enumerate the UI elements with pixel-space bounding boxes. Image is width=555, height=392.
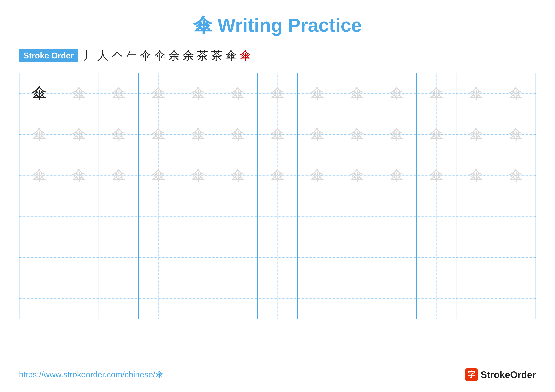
- grid-cell-r3c5[interactable]: 傘: [178, 155, 218, 196]
- grid-cell-r2c8[interactable]: 傘: [297, 114, 337, 155]
- page-title: 傘 Writing Practice: [19, 13, 536, 38]
- grid-cell-r6c9[interactable]: [337, 278, 377, 319]
- grid-cell-r3c2[interactable]: 傘: [59, 155, 99, 196]
- strokeorder-logo-icon: 字: [465, 368, 478, 381]
- grid-cell-r6c2[interactable]: [59, 278, 99, 319]
- grid-cell-r6c8[interactable]: [297, 278, 337, 319]
- stroke-order-row: Stroke Order 丿 人 𠆢 𠂉 伞 伞 余 余 茶 茶 傘 傘: [19, 48, 536, 63]
- grid-cell-r1c2[interactable]: 傘: [59, 73, 99, 114]
- grid-cell-r2c4[interactable]: 傘: [139, 114, 178, 155]
- grid-cell-r4c5[interactable]: [178, 196, 218, 237]
- grid-cell-r4c1[interactable]: [19, 196, 59, 237]
- grid-cell-r1c13[interactable]: 傘: [496, 73, 536, 114]
- grid-cell-r1c3[interactable]: 傘: [99, 73, 139, 114]
- grid-cell-r5c6[interactable]: [218, 237, 258, 278]
- grid-cell-r5c9[interactable]: [337, 237, 377, 278]
- grid-cell-r6c10[interactable]: [377, 278, 416, 319]
- grid-cell-r3c10[interactable]: 傘: [377, 155, 416, 196]
- practice-grid: 傘 傘 傘 傘 傘 傘 傘 傘 傘 傘 傘 傘 傘 傘 傘 傘 傘 傘 傘 傘 …: [19, 73, 536, 319]
- stroke-6: 伞: [154, 48, 166, 63]
- grid-cell-r2c7[interactable]: 傘: [258, 114, 297, 155]
- title-character: 傘: [193, 14, 212, 36]
- grid-cell-r5c8[interactable]: [297, 237, 337, 278]
- footer: https://www.strokeorder.com/chinese/傘 字 …: [19, 368, 536, 381]
- grid-cell-r1c6[interactable]: 傘: [218, 73, 258, 114]
- grid-cell-r2c1[interactable]: 傘: [19, 114, 59, 155]
- stroke-3: 𠆢: [111, 49, 123, 62]
- grid-cell-r6c13[interactable]: [496, 278, 536, 319]
- grid-cell-r3c4[interactable]: 傘: [139, 155, 178, 196]
- grid-cell-r4c12[interactable]: [456, 196, 496, 237]
- grid-cell-r6c7[interactable]: [258, 278, 297, 319]
- stroke-5: 伞: [140, 48, 151, 63]
- grid-cell-r2c11[interactable]: 傘: [416, 114, 456, 155]
- footer-logo: 字 StrokeOrder: [465, 368, 536, 381]
- grid-cell-r1c1[interactable]: 傘: [19, 73, 59, 114]
- grid-cell-r5c1[interactable]: [19, 237, 59, 278]
- stroke-order-badge: Stroke Order: [19, 49, 78, 62]
- grid-cell-r4c11[interactable]: [416, 196, 456, 237]
- stroke-4: 𠂉: [126, 49, 137, 62]
- stroke-2: 人: [97, 48, 109, 63]
- grid-cell-r3c13[interactable]: 傘: [496, 155, 536, 196]
- grid-cell-r3c9[interactable]: 傘: [337, 155, 377, 196]
- grid-cell-r2c3[interactable]: 傘: [99, 114, 139, 155]
- grid-cell-r2c5[interactable]: 傘: [178, 114, 218, 155]
- grid-cell-r3c6[interactable]: 傘: [218, 155, 258, 196]
- grid-cell-r1c9[interactable]: 傘: [337, 73, 377, 114]
- grid-cell-r4c6[interactable]: [218, 196, 258, 237]
- grid-cell-r5c11[interactable]: [416, 237, 456, 278]
- grid-cell-r2c13[interactable]: 傘: [496, 114, 536, 155]
- grid-cell-r6c6[interactable]: [218, 278, 258, 319]
- grid-cell-r4c9[interactable]: [337, 196, 377, 237]
- grid-cell-r6c12[interactable]: [456, 278, 496, 319]
- grid-cell-r5c7[interactable]: [258, 237, 297, 278]
- grid-cell-r5c2[interactable]: [59, 237, 99, 278]
- grid-cell-r5c5[interactable]: [178, 237, 218, 278]
- grid-cell-r2c12[interactable]: 傘: [456, 114, 496, 155]
- grid-cell-r1c7[interactable]: 傘: [258, 73, 297, 114]
- footer-logo-text: StrokeOrder: [481, 369, 536, 380]
- grid-cell-r1c5[interactable]: 傘: [178, 73, 218, 114]
- grid-cell-r6c1[interactable]: [19, 278, 59, 319]
- grid-cell-r3c8[interactable]: 傘: [297, 155, 337, 196]
- grid-cell-r5c13[interactable]: [496, 237, 536, 278]
- grid-cell-r1c4[interactable]: 傘: [139, 73, 178, 114]
- grid-cell-r6c4[interactable]: [139, 278, 178, 319]
- grid-cell-r5c4[interactable]: [139, 237, 178, 278]
- grid-cell-r4c3[interactable]: [99, 196, 139, 237]
- grid-cell-r5c12[interactable]: [456, 237, 496, 278]
- stroke-sequence: 丿 人 𠆢 𠂉 伞 伞 余 余 茶 茶 傘 傘: [83, 48, 251, 63]
- grid-cell-r2c9[interactable]: 傘: [337, 114, 377, 155]
- stroke-1: 丿: [83, 48, 94, 63]
- grid-cell-r4c7[interactable]: [258, 196, 297, 237]
- grid-cell-r2c6[interactable]: 傘: [218, 114, 258, 155]
- stroke-10: 茶: [211, 48, 222, 63]
- grid-cell-r1c12[interactable]: 傘: [456, 73, 496, 114]
- grid-cell-r4c13[interactable]: [496, 196, 536, 237]
- grid-cell-r2c10[interactable]: 傘: [377, 114, 416, 155]
- grid-cell-r1c8[interactable]: 傘: [297, 73, 337, 114]
- grid-cell-r4c2[interactable]: [59, 196, 99, 237]
- title-text: Writing Practice: [218, 14, 362, 36]
- stroke-12-highlight: 傘: [240, 48, 251, 63]
- stroke-7: 余: [168, 48, 180, 63]
- grid-cell-r3c11[interactable]: 傘: [416, 155, 456, 196]
- grid-cell-r5c3[interactable]: [99, 237, 139, 278]
- grid-cell-r3c7[interactable]: 傘: [258, 155, 297, 196]
- grid-cell-r4c8[interactable]: [297, 196, 337, 237]
- stroke-8: 余: [183, 48, 194, 63]
- grid-cell-r1c11[interactable]: 傘: [416, 73, 456, 114]
- grid-cell-r4c10[interactable]: [377, 196, 416, 237]
- grid-cell-r2c2[interactable]: 傘: [59, 114, 99, 155]
- grid-cell-r5c10[interactable]: [377, 237, 416, 278]
- grid-cell-r6c5[interactable]: [178, 278, 218, 319]
- grid-cell-r3c12[interactable]: 傘: [456, 155, 496, 196]
- grid-cell-r6c3[interactable]: [99, 278, 139, 319]
- grid-cell-r3c3[interactable]: 傘: [99, 155, 139, 196]
- grid-cell-r3c1[interactable]: 傘: [19, 155, 59, 196]
- grid-cell-r6c11[interactable]: [416, 278, 456, 319]
- grid-cell-r1c10[interactable]: 傘: [377, 73, 416, 114]
- stroke-9: 茶: [197, 48, 208, 63]
- grid-cell-r4c4[interactable]: [139, 196, 178, 237]
